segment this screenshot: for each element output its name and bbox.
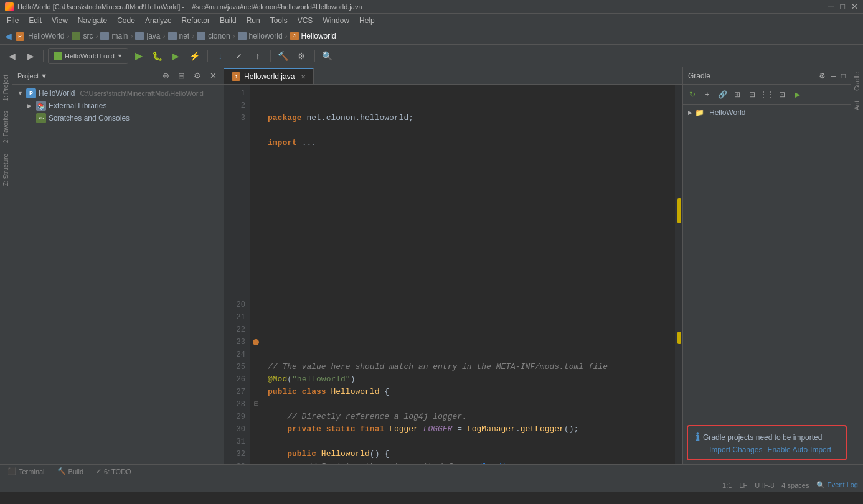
status-encoding[interactable]: UTF-8: [755, 482, 774, 489]
breadcrumb-sep-1: ›: [67, 32, 69, 40]
build-icon: 🔨: [57, 467, 66, 475]
gradle-filter-btn[interactable]: ⊡: [775, 88, 789, 101]
sidebar-close-btn[interactable]: ✕: [208, 70, 219, 81]
bottom-tab-terminal[interactable]: ⬛ Terminal: [5, 467, 47, 475]
left-side-labels: 1: Project 2: Favorites Z: Structure: [0, 67, 12, 464]
toolbar-settings-button[interactable]: ⚙: [294, 48, 310, 64]
menu-view[interactable]: View: [47, 15, 72, 26]
toolbar-commit-button[interactable]: ✓: [231, 48, 247, 64]
gradle-add-btn[interactable]: +: [700, 88, 714, 101]
menu-code[interactable]: Code: [113, 15, 139, 26]
toolbar-back[interactable]: ◀: [4, 48, 20, 64]
event-log-button[interactable]: 🔍 Event Log: [816, 481, 858, 489]
sidebar-add-btn[interactable]: ⊕: [161, 70, 171, 81]
maximize-button[interactable]: □: [840, 2, 845, 11]
sidebar-settings-btn[interactable]: ⚙: [192, 70, 203, 81]
gutter-fold-28[interactable]: ⊟: [250, 398, 263, 411]
menu-refactor[interactable]: Refactor: [177, 15, 214, 26]
gutter-breakpoint[interactable]: [250, 336, 263, 348]
toolbar-run-button[interactable]: ▶: [131, 48, 147, 64]
gradle-item-helloworld[interactable]: ▶ 📁 HelloWorld: [686, 107, 848, 118]
status-right: 1:1 LF UTF-8 4 spaces 🔍 Event Log: [722, 481, 858, 489]
run-config-dropdown[interactable]: HelloWorld build ▼: [48, 48, 128, 64]
breadcrumb-java[interactable]: java: [146, 32, 160, 40]
info-icon: ℹ: [696, 431, 699, 443]
toolbar-search-button[interactable]: 🔍: [319, 48, 336, 64]
status-line-ending[interactable]: LF: [739, 482, 747, 489]
tree-item-external-libs[interactable]: ▶ 📚 External Libraries: [12, 100, 224, 112]
status-indent[interactable]: 4 spaces: [781, 482, 809, 489]
sidebar-collapse-btn[interactable]: ⊟: [176, 70, 187, 81]
side-label-structure[interactable]: Z: Structure: [1, 149, 11, 191]
gradle-settings-btn[interactable]: ⚙: [819, 72, 826, 80]
tab-close-button[interactable]: ✕: [301, 73, 306, 80]
bottom-toolbar: ⬛ Terminal 🔨 Build ✓ 6: TODO: [0, 464, 863, 478]
bottom-tab-build[interactable]: 🔨 Build: [55, 467, 86, 475]
side-label-favorites[interactable]: 2: Favorites: [1, 106, 11, 148]
menu-navigate[interactable]: Navigate: [73, 15, 111, 26]
gradle-run-btn[interactable]: ▶: [790, 88, 804, 101]
breadcrumb-clonon[interactable]: clonon: [208, 32, 230, 40]
menu-analyze[interactable]: Analyze: [141, 15, 176, 26]
scroll-indicator-top: [677, 198, 681, 223]
tree-item-helloworld[interactable]: ▼ P HelloWorld C:\Users\stnch\MinecraftM…: [12, 87, 224, 100]
scroll-gutter[interactable]: [675, 85, 682, 464]
menu-help[interactable]: Help: [355, 15, 379, 26]
tree-item-scratches[interactable]: ✏ Scratches and Consoles: [12, 112, 224, 124]
enable-auto-import-link[interactable]: Enable Auto-Import: [767, 446, 831, 454]
gradle-group-btn[interactable]: ⋮⋮: [760, 88, 774, 101]
minimize-button[interactable]: ─: [828, 2, 834, 11]
toolbar-build-button[interactable]: 🔨: [275, 48, 291, 64]
breadcrumb-src[interactable]: src: [83, 32, 93, 40]
editor-tab-bar: J Helloworld.java ✕: [224, 67, 682, 85]
side-label-project[interactable]: 1: Project: [1, 70, 11, 106]
gradle-header: Gradle ⚙ ─ □: [683, 67, 851, 85]
gradle-panel-btn[interactable]: □: [841, 72, 846, 80]
toolbar-coverage-button[interactable]: ▶: [168, 48, 184, 64]
code-editor[interactable]: 1 2 3 20 21 22: [224, 85, 682, 464]
menu-build[interactable]: Build: [215, 15, 241, 26]
breadcrumb-helloworld[interactable]: HelloWorld: [28, 32, 64, 40]
menu-tools[interactable]: Tools: [266, 15, 292, 26]
gradle-collapse-btn[interactable]: ⊟: [745, 88, 759, 101]
toolbar-forward[interactable]: ▶: [22, 48, 39, 64]
toolbar-debug-button[interactable]: 🐛: [149, 48, 166, 64]
breadcrumb-helloworld-class[interactable]: Helloworld: [301, 32, 336, 40]
menu-vcs[interactable]: VCS: [293, 15, 318, 26]
menu-edit[interactable]: Edit: [24, 15, 46, 26]
side-label-gradle[interactable]: Gradle: [852, 67, 862, 96]
menu-run[interactable]: Run: [242, 15, 265, 26]
toolbar-profile-button[interactable]: ⚡: [187, 48, 203, 64]
code-text[interactable]: package net.clonon.helloworld; import ..…: [263, 85, 675, 464]
menu-window[interactable]: Window: [318, 15, 354, 26]
toolbar-update-button[interactable]: ↓: [212, 48, 229, 64]
status-position[interactable]: 1:1: [722, 482, 732, 489]
breadcrumb-main[interactable]: main: [111, 32, 128, 40]
gradle-refresh-btn[interactable]: ↻: [686, 88, 699, 101]
todo-icon: ✓: [96, 467, 101, 475]
toolbar-push-button[interactable]: ↑: [250, 48, 266, 64]
gradle-panel: Gradle ⚙ ─ □ ↻ + 🔗 ⊞ ⊟ ⋮⋮ ⊡ ▶ ▶ 📁 HelloW…: [682, 67, 851, 464]
editor-tab-helloworld[interactable]: J Helloworld.java ✕: [224, 68, 314, 84]
menu-bar: File Edit View Navigate Code Analyze Ref…: [0, 14, 863, 27]
terminal-icon: ⬛: [7, 467, 16, 475]
gradle-project-label: HelloWorld: [709, 108, 745, 117]
nav-back-button[interactable]: ◀: [5, 31, 12, 41]
status-bar: 1:1 LF UTF-8 4 spaces 🔍 Event Log: [0, 478, 863, 492]
gradle-expand-btn[interactable]: ⊞: [730, 88, 744, 101]
import-changes-link[interactable]: Import Changes: [709, 446, 762, 454]
ext-lib-icon: 📚: [36, 101, 46, 111]
breadcrumb-bar: ◀ P HelloWorld › src › main › java › net…: [0, 27, 863, 45]
menu-file[interactable]: File: [2, 15, 23, 26]
breadcrumb-helloworld-pkg[interactable]: helloworld: [249, 32, 283, 40]
event-log-label: Event Log: [827, 481, 858, 488]
close-button[interactable]: ✕: [851, 2, 858, 11]
breadcrumb-net[interactable]: net: [179, 32, 190, 40]
sidebar-title: Project ▼: [17, 72, 156, 80]
gradle-minimize-btn[interactable]: ─: [831, 72, 836, 80]
gradle-link-btn[interactable]: 🔗: [715, 88, 729, 101]
main-content: 1: Project 2: Favorites Z: Structure Pro…: [0, 67, 863, 464]
side-label-ant[interactable]: Ant: [852, 96, 862, 115]
bottom-tab-todo[interactable]: ✓ 6: TODO: [93, 467, 134, 475]
scratches-icon: ✏: [36, 113, 46, 123]
